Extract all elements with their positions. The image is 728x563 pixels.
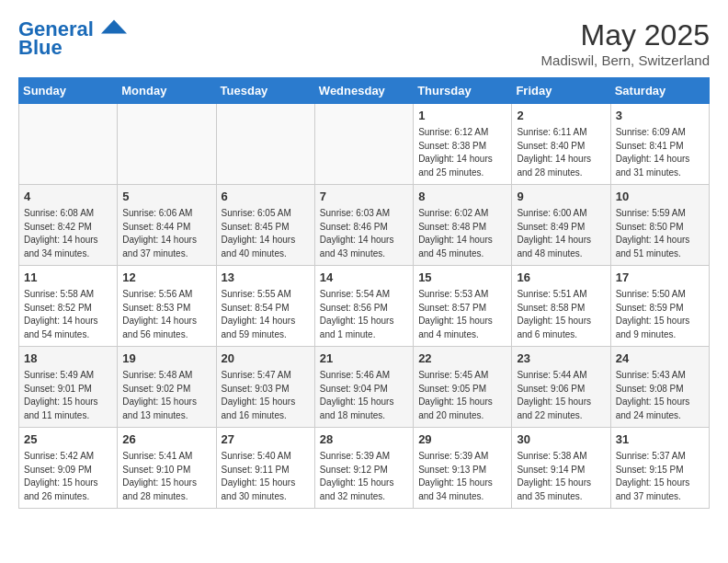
calendar-cell: 2Sunrise: 6:11 AM Sunset: 8:40 PM Daylig… xyxy=(512,104,610,185)
calendar-cell: 5Sunrise: 6:06 AM Sunset: 8:44 PM Daylig… xyxy=(118,185,216,266)
calendar-cell: 15Sunrise: 5:53 AM Sunset: 8:57 PM Dayli… xyxy=(414,266,512,347)
day-number: 8 xyxy=(418,189,506,205)
day-number: 31 xyxy=(616,431,704,448)
calendar-cell: 14Sunrise: 5:54 AM Sunset: 8:56 PM Dayli… xyxy=(314,266,413,347)
day-number: 5 xyxy=(122,189,210,205)
day-number: 7 xyxy=(320,189,408,205)
day-info: Sunrise: 6:00 AM Sunset: 8:49 PM Dayligh… xyxy=(517,207,605,260)
day-info: Sunrise: 6:08 AM Sunset: 8:42 PM Dayligh… xyxy=(24,207,112,260)
calendar-cell: 11Sunrise: 5:58 AM Sunset: 8:52 PM Dayli… xyxy=(19,266,118,347)
calendar-header-row: SundayMondayTuesdayWednesdayThursdayFrid… xyxy=(19,78,710,104)
day-info: Sunrise: 5:54 AM Sunset: 8:56 PM Dayligh… xyxy=(320,288,408,341)
day-info: Sunrise: 5:56 AM Sunset: 8:53 PM Dayligh… xyxy=(122,288,210,341)
calendar-cell xyxy=(118,104,216,185)
day-number: 30 xyxy=(517,431,605,448)
day-info: Sunrise: 5:45 AM Sunset: 9:05 PM Dayligh… xyxy=(418,369,506,422)
title-block: May 2025 Madiswil, Bern, Switzerland xyxy=(541,18,710,68)
day-number: 17 xyxy=(616,270,704,286)
day-number: 18 xyxy=(24,350,112,367)
day-info: Sunrise: 5:46 AM Sunset: 9:04 PM Dayligh… xyxy=(320,369,408,422)
col-header-wednesday: Wednesday xyxy=(314,78,413,104)
day-number: 2 xyxy=(517,108,605,124)
day-number: 4 xyxy=(24,189,112,205)
calendar-cell: 20Sunrise: 5:47 AM Sunset: 9:03 PM Dayli… xyxy=(216,347,314,428)
svg-marker-0 xyxy=(101,20,127,34)
day-number: 14 xyxy=(320,270,408,286)
day-info: Sunrise: 5:48 AM Sunset: 9:02 PM Dayligh… xyxy=(122,369,210,422)
week-row-1: 1Sunrise: 6:12 AM Sunset: 8:38 PM Daylig… xyxy=(19,104,710,185)
day-number: 6 xyxy=(222,189,310,205)
day-info: Sunrise: 5:39 AM Sunset: 9:12 PM Dayligh… xyxy=(320,450,408,503)
day-info: Sunrise: 5:39 AM Sunset: 9:13 PM Dayligh… xyxy=(418,450,506,503)
day-info: Sunrise: 5:49 AM Sunset: 9:01 PM Dayligh… xyxy=(24,369,112,422)
col-header-friday: Friday xyxy=(512,78,610,104)
calendar-cell: 9Sunrise: 6:00 AM Sunset: 8:49 PM Daylig… xyxy=(512,185,610,266)
calendar-cell: 18Sunrise: 5:49 AM Sunset: 9:01 PM Dayli… xyxy=(19,347,118,428)
month-title: May 2025 xyxy=(541,18,710,52)
day-info: Sunrise: 5:59 AM Sunset: 8:50 PM Dayligh… xyxy=(616,207,704,260)
day-number: 22 xyxy=(418,350,506,367)
day-info: Sunrise: 5:40 AM Sunset: 9:11 PM Dayligh… xyxy=(222,450,310,503)
calendar-cell: 3Sunrise: 6:09 AM Sunset: 8:41 PM Daylig… xyxy=(610,104,709,185)
day-number: 23 xyxy=(517,350,605,367)
page-header: General Blue May 2025 Madiswil, Bern, Sw… xyxy=(18,18,710,68)
col-header-saturday: Saturday xyxy=(610,78,709,104)
day-number: 20 xyxy=(222,350,310,367)
calendar-cell: 7Sunrise: 6:03 AM Sunset: 8:46 PM Daylig… xyxy=(314,185,413,266)
day-info: Sunrise: 5:58 AM Sunset: 8:52 PM Dayligh… xyxy=(24,288,112,341)
day-info: Sunrise: 5:44 AM Sunset: 9:06 PM Dayligh… xyxy=(517,369,605,422)
calendar-cell: 24Sunrise: 5:43 AM Sunset: 9:08 PM Dayli… xyxy=(610,347,709,428)
day-number: 19 xyxy=(122,350,210,367)
calendar-cell: 23Sunrise: 5:44 AM Sunset: 9:06 PM Dayli… xyxy=(512,347,610,428)
calendar-cell: 31Sunrise: 5:37 AM Sunset: 9:15 PM Dayli… xyxy=(610,428,709,509)
day-info: Sunrise: 5:43 AM Sunset: 9:08 PM Dayligh… xyxy=(616,369,704,422)
calendar-cell: 8Sunrise: 6:02 AM Sunset: 8:48 PM Daylig… xyxy=(414,185,512,266)
day-info: Sunrise: 6:06 AM Sunset: 8:44 PM Dayligh… xyxy=(122,207,210,260)
day-info: Sunrise: 6:11 AM Sunset: 8:40 PM Dayligh… xyxy=(517,126,605,179)
day-number: 3 xyxy=(616,108,704,124)
calendar-cell: 4Sunrise: 6:08 AM Sunset: 8:42 PM Daylig… xyxy=(19,185,118,266)
day-info: Sunrise: 5:37 AM Sunset: 9:15 PM Dayligh… xyxy=(616,450,704,503)
calendar-cell: 22Sunrise: 5:45 AM Sunset: 9:05 PM Dayli… xyxy=(414,347,512,428)
week-row-5: 25Sunrise: 5:42 AM Sunset: 9:09 PM Dayli… xyxy=(19,428,710,509)
day-info: Sunrise: 5:51 AM Sunset: 8:58 PM Dayligh… xyxy=(517,288,605,341)
day-info: Sunrise: 5:47 AM Sunset: 9:03 PM Dayligh… xyxy=(222,369,310,422)
calendar-cell: 28Sunrise: 5:39 AM Sunset: 9:12 PM Dayli… xyxy=(314,428,413,509)
calendar-cell: 25Sunrise: 5:42 AM Sunset: 9:09 PM Dayli… xyxy=(19,428,118,509)
calendar-cell: 1Sunrise: 6:12 AM Sunset: 8:38 PM Daylig… xyxy=(414,104,512,185)
day-number: 29 xyxy=(418,431,506,448)
logo-icon xyxy=(101,17,127,36)
calendar-cell: 27Sunrise: 5:40 AM Sunset: 9:11 PM Dayli… xyxy=(216,428,314,509)
day-number: 26 xyxy=(122,431,210,448)
col-header-sunday: Sunday xyxy=(19,78,118,104)
calendar-cell xyxy=(216,104,314,185)
calendar-cell: 30Sunrise: 5:38 AM Sunset: 9:14 PM Dayli… xyxy=(512,428,610,509)
day-number: 1 xyxy=(418,108,506,124)
day-info: Sunrise: 6:03 AM Sunset: 8:46 PM Dayligh… xyxy=(320,207,408,260)
calendar-cell: 12Sunrise: 5:56 AM Sunset: 8:53 PM Dayli… xyxy=(118,266,216,347)
day-number: 10 xyxy=(616,189,704,205)
day-number: 27 xyxy=(222,431,310,448)
calendar-table: SundayMondayTuesdayWednesdayThursdayFrid… xyxy=(18,77,710,509)
day-info: Sunrise: 5:41 AM Sunset: 9:10 PM Dayligh… xyxy=(122,450,210,503)
day-info: Sunrise: 5:50 AM Sunset: 8:59 PM Dayligh… xyxy=(616,288,704,341)
day-info: Sunrise: 6:12 AM Sunset: 8:38 PM Dayligh… xyxy=(418,126,506,179)
day-info: Sunrise: 5:53 AM Sunset: 8:57 PM Dayligh… xyxy=(418,288,506,341)
day-info: Sunrise: 5:55 AM Sunset: 8:54 PM Dayligh… xyxy=(222,288,310,341)
day-number: 28 xyxy=(320,431,408,448)
day-number: 16 xyxy=(517,270,605,286)
col-header-monday: Monday xyxy=(118,78,216,104)
day-number: 21 xyxy=(320,350,408,367)
calendar-cell: 21Sunrise: 5:46 AM Sunset: 9:04 PM Dayli… xyxy=(314,347,413,428)
calendar-cell: 6Sunrise: 6:05 AM Sunset: 8:45 PM Daylig… xyxy=(216,185,314,266)
week-row-2: 4Sunrise: 6:08 AM Sunset: 8:42 PM Daylig… xyxy=(19,185,710,266)
day-info: Sunrise: 6:02 AM Sunset: 8:48 PM Dayligh… xyxy=(418,207,506,260)
calendar-cell: 13Sunrise: 5:55 AM Sunset: 8:54 PM Dayli… xyxy=(216,266,314,347)
calendar-cell: 10Sunrise: 5:59 AM Sunset: 8:50 PM Dayli… xyxy=(610,185,709,266)
week-row-3: 11Sunrise: 5:58 AM Sunset: 8:52 PM Dayli… xyxy=(19,266,710,347)
day-number: 12 xyxy=(122,270,210,286)
day-info: Sunrise: 6:09 AM Sunset: 8:41 PM Dayligh… xyxy=(616,126,704,179)
calendar-cell: 16Sunrise: 5:51 AM Sunset: 8:58 PM Dayli… xyxy=(512,266,610,347)
calendar-cell xyxy=(314,104,413,185)
day-number: 15 xyxy=(418,270,506,286)
